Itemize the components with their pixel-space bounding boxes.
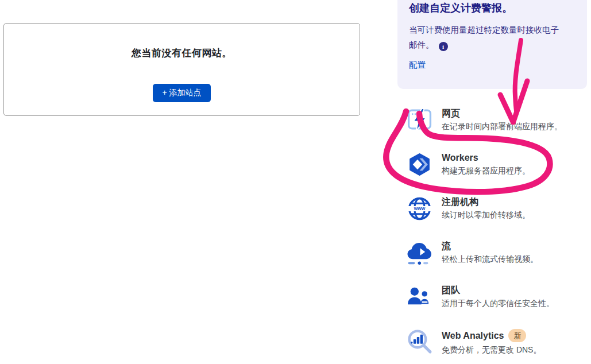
product-text: 流 轻松上传和流式传输视频。 [442, 240, 538, 266]
billing-alert-body-text: 当可计费使用量超过特定数量时接收电子邮件。 [409, 25, 559, 49]
globe-www-icon: www [407, 196, 432, 222]
people-icon [407, 284, 432, 310]
configure-link[interactable]: 配置 [409, 60, 426, 71]
product-item-stream[interactable]: 流 轻松上传和流式传输视频。 [407, 240, 590, 266]
new-badge: 新 [508, 329, 526, 342]
product-text: Web Analytics新 免费分析，无需更改 DNS。 [442, 328, 541, 355]
product-title: 流 [442, 241, 538, 251]
product-title: 网页 [442, 108, 562, 119]
cloud-play-icon [407, 240, 432, 266]
product-description: 适用于每个人的零信任安全性。 [442, 299, 554, 309]
product-item-web-analytics[interactable]: Web Analytics新 免费分析，无需更改 DNS。 [407, 328, 590, 355]
product-list: 网页 在记录时间内部署前端应用程序。 Workers 构建无服务器应用程序。 [407, 107, 590, 364]
product-title: Web Analytics新 [442, 329, 541, 342]
product-title: 团队 [442, 285, 554, 296]
product-item-workers[interactable]: Workers 构建无服务器应用程序。 [407, 152, 590, 178]
product-description: 构建无服务器应用程序。 [442, 166, 530, 176]
analytics-magnifier-icon [407, 328, 432, 354]
product-text: 团队 适用于每个人的零信任安全性。 [442, 284, 554, 311]
no-websites-card: 您当前没有任何网站。 + 添加站点 [3, 23, 360, 116]
product-title-text: Web Analytics [442, 331, 504, 340]
svg-text:www: www [414, 206, 426, 211]
product-description: 续订时以零加价转移域。 [442, 210, 530, 220]
product-text: 注册机构 续订时以零加价转移域。 [442, 196, 530, 222]
billing-alert-body: 当可计费使用量超过特定数量时接收电子邮件。i [409, 22, 559, 52]
billing-alert-panel: 创建自定义计费警报。 当可计费使用量超过特定数量时接收电子邮件。i 配置 [397, 0, 587, 89]
product-description: 免费分析，无需更改 DNS。 [442, 345, 541, 355]
product-item-registrar[interactable]: www 注册机构 续订时以零加价转移域。 [407, 196, 590, 222]
add-site-button[interactable]: + 添加站点 [153, 84, 210, 102]
billing-alert-title: 创建自定义计费警报。 [409, 1, 575, 15]
pages-lightning-icon [407, 107, 432, 133]
info-icon[interactable]: i [439, 42, 448, 51]
product-item-teams[interactable]: 团队 适用于每个人的零信任安全性。 [407, 284, 590, 311]
product-description: 在记录时间内部署前端应用程序。 [442, 122, 562, 132]
product-text: 网页 在记录时间内部署前端应用程序。 [442, 107, 562, 134]
product-text: Workers 构建无服务器应用程序。 [442, 152, 530, 178]
product-title: Workers [442, 152, 530, 163]
workers-icon [407, 152, 432, 177]
product-description: 轻松上传和流式传输视频。 [442, 254, 538, 265]
product-title: 注册机构 [442, 196, 530, 207]
no-websites-heading: 您当前没有任何网站。 [4, 47, 360, 60]
product-item-pages[interactable]: 网页 在记录时间内部署前端应用程序。 [407, 107, 590, 134]
